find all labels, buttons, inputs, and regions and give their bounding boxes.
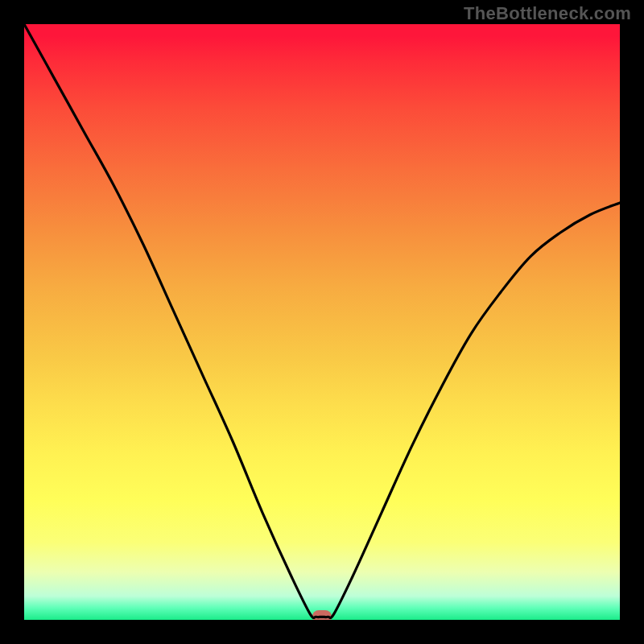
plot-area — [24, 24, 620, 620]
chart-container: TheBottleneck.com — [0, 0, 644, 644]
watermark-text: TheBottleneck.com — [464, 3, 631, 24]
bottleneck-curve — [24, 24, 620, 620]
